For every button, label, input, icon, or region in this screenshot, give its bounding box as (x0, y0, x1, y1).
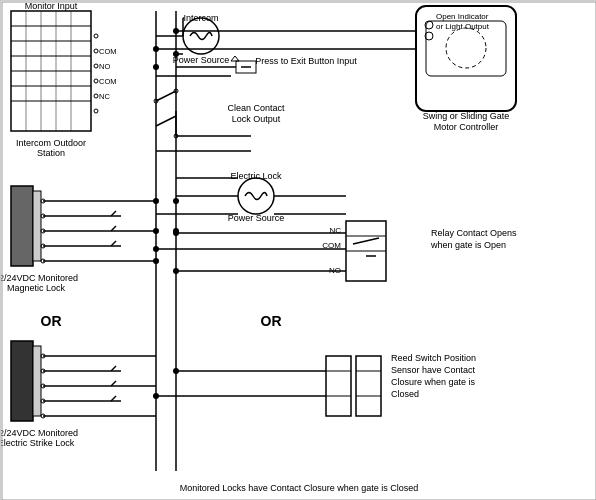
clean-contact-label2: Lock Output (232, 114, 281, 124)
reed-switch-label3: Closure when gate is (391, 377, 476, 387)
svg-point-86 (153, 246, 159, 252)
magnetic-lock-label2: Magnetic Lock (7, 283, 66, 293)
relay-contact-label2: when gate is Open (430, 240, 506, 250)
reed-switch-label2: Sensor have Contact (391, 365, 476, 375)
intercom-outdoor-label: Intercom Outdoor (16, 138, 86, 148)
or-label2: OR (261, 313, 282, 329)
electric-strike-label2: Electric Strike Lock (1, 438, 75, 448)
svg-rect-33 (11, 186, 33, 266)
svg-rect-41 (33, 346, 41, 416)
swing-motor-label2: Motor Controller (434, 122, 499, 132)
svg-point-84 (173, 230, 179, 236)
electric-strike-label: 12/24VDC Monitored (1, 428, 78, 438)
svg-point-61 (173, 198, 179, 204)
reed-switch-label: Reed Switch Position (391, 353, 476, 363)
or-label1: OR (41, 313, 62, 329)
intercom-power-label2: Power Source (173, 55, 230, 65)
monitored-locks-label: Monitored Locks have Contact Closure whe… (180, 483, 419, 493)
svg-point-59 (153, 228, 159, 234)
wiring-diagram: Monitor Input COM NO COM NC Intercom Out… (0, 0, 596, 500)
svg-point-104 (173, 28, 179, 34)
svg-point-95 (173, 368, 179, 374)
svg-point-105 (153, 46, 159, 52)
nc-label1: NC (99, 92, 110, 101)
svg-point-85 (173, 268, 179, 274)
electric-lock-power-label: Electric Lock (230, 171, 282, 181)
svg-rect-40 (11, 341, 33, 421)
intercom-outdoor-label2: Station (37, 148, 65, 158)
svg-point-58 (153, 198, 159, 204)
com-label2: COM (99, 77, 117, 86)
open-indicator-label2: or Light Output (436, 22, 490, 31)
svg-rect-34 (33, 191, 41, 261)
svg-point-96 (153, 393, 159, 399)
swing-motor-label: Swing or Sliding Gate (423, 111, 510, 121)
svg-point-31 (173, 51, 179, 57)
svg-point-30 (153, 64, 159, 70)
intercom-power-label: Intercom (183, 13, 218, 23)
clean-contact-label: Clean Contact (227, 103, 285, 113)
open-indicator-label: Open Indicator (436, 12, 489, 21)
reed-switch-label4: Closed (391, 389, 419, 399)
com-label1: COM (99, 47, 117, 56)
relay-contact-label: Relay Contact Opens (431, 228, 517, 238)
svg-point-60 (153, 258, 159, 264)
magnetic-lock-label: 12/24VDC Monitored (1, 273, 78, 283)
no-label1: NO (99, 62, 110, 71)
press-to-exit-label: Press to Exit Button Input (255, 56, 357, 66)
